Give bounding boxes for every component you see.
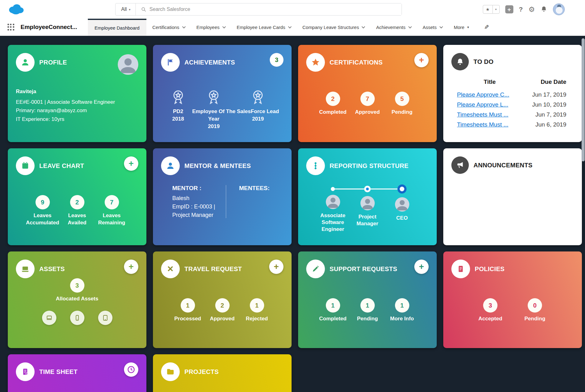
app-name[interactable]: EmployeeConnect... — [21, 24, 77, 31]
employee-name: Raviteja — [16, 87, 138, 96]
stat-value: 2 — [215, 298, 230, 313]
stat-label: More Info — [390, 315, 414, 323]
medal-year: 2019 — [252, 115, 264, 123]
person-icon — [16, 53, 35, 72]
employee-id-role: EE#E-0001 | Associate Software Engineer — [16, 98, 138, 107]
stat-pending: 5 Pending — [385, 92, 419, 116]
reporting-level: CEO — [385, 184, 419, 233]
profile-photo[interactable] — [118, 54, 138, 75]
manager-avatar[interactable] — [360, 196, 375, 210]
global-search: All ▾ — [115, 3, 402, 16]
tab-company-leave-structures[interactable]: Company Leave Structures — [297, 19, 370, 36]
card-title: TRAVEL REQUEST — [184, 265, 242, 273]
projects-card: PROJECTS — [153, 354, 292, 392]
vertical-scrollbar[interactable] — [582, 38, 585, 161]
stat-value: 3 — [483, 298, 497, 313]
flag-icon — [161, 53, 180, 72]
level-label: CEO — [396, 215, 408, 222]
mentor-name: Balesh — [172, 194, 226, 203]
card-grid: PROFILE Raviteja EE#E-0001 | Associate S… — [8, 45, 582, 392]
stat-rejected: 1 Rejected — [240, 298, 274, 323]
support-requests-card: SUPPORT REQUESTS + 1 Completed 1 Pending… — [298, 251, 437, 348]
medal-year: 2018 — [172, 115, 184, 123]
user-avatar[interactable] — [553, 3, 565, 15]
chevron-down-icon — [288, 25, 291, 28]
policies-card: POLICIES 3 Accepted 0 Pending — [443, 251, 582, 348]
tab-employee-leave-cards[interactable]: Employee Leave Cards — [231, 19, 297, 36]
add-leave-button[interactable]: + — [124, 156, 138, 171]
tab-certifications[interactable]: Certifications — [146, 19, 191, 36]
employee-avatar[interactable] — [326, 195, 340, 209]
tab-achievements[interactable]: Achievements — [370, 19, 416, 36]
todo-due-date: Jun 6, 2019 — [522, 121, 568, 128]
ceo-avatar[interactable] — [395, 197, 409, 212]
document-icon — [451, 260, 470, 278]
column-header-title: Title — [457, 79, 522, 85]
chevron-down-icon — [222, 25, 226, 28]
medal-item: PD2 2018 — [165, 89, 191, 130]
log-time-clock-button[interactable] — [124, 362, 138, 377]
salesforce-logo — [7, 2, 25, 15]
todo-item-link[interactable]: Timesheets Must ... — [457, 111, 508, 118]
stat-label: Processed — [174, 315, 201, 323]
app-launcher-icon[interactable] — [7, 24, 14, 31]
stat-processed: 1 Processed — [170, 298, 205, 323]
chevron-down-icon — [408, 25, 411, 28]
certifications-card: CERTIFICATIONS + 2 Completed 7 Approved … — [298, 45, 437, 142]
todo-item-link[interactable]: Please Approve C... — [457, 91, 509, 98]
quick-create-button[interactable]: + — [505, 5, 513, 13]
profile-card: PROFILE Raviteja EE#E-0001 | Associate S… — [8, 45, 146, 142]
travel-request-card: ✕ TRAVEL REQUEST + 1 Processed 2 Approve… — [153, 251, 292, 348]
add-certification-button[interactable]: + — [414, 53, 429, 67]
add-asset-button[interactable]: + — [124, 260, 138, 274]
stat-label: Leaves Remaining — [94, 212, 129, 227]
pencil-edit-icon — [306, 260, 325, 278]
favorites-control: ★ ▾ — [483, 5, 500, 14]
certification-stats: 2 Completed 7 Approved 5 Pending — [306, 92, 429, 116]
notifications-bell-icon[interactable] — [540, 6, 547, 13]
reporting-level: Project Manager — [350, 184, 385, 233]
favorites-dropdown-icon[interactable]: ▾ — [492, 5, 499, 13]
stat-more-info: 1 More Info — [385, 298, 419, 323]
stat-label: Pending — [392, 109, 412, 116]
medal-item: SalesForce Lead 2019 — [237, 89, 279, 130]
tab-more[interactable]: More▾ — [448, 19, 475, 36]
add-travel-request-button[interactable]: + — [269, 260, 283, 274]
add-support-request-button[interactable]: + — [414, 260, 429, 274]
stat-completed: 1 Completed — [316, 298, 350, 323]
card-title: LEAVE CHART — [39, 162, 84, 170]
favorite-star-icon[interactable]: ★ — [483, 5, 492, 13]
stat-leaves-availed: 2 Leaves Availed — [60, 195, 94, 227]
stat-label: Completed — [319, 315, 347, 323]
tab-assets[interactable]: Assets — [417, 19, 448, 36]
medal-list: PD2 2018 Employee Of The Year 2019 Sales… — [161, 89, 283, 130]
nav-tabs: Employee Dashboard Certifications Employ… — [88, 19, 475, 36]
tablet-icon — [98, 311, 112, 325]
stat-pending: 0 Pending — [515, 298, 555, 323]
edit-navigation-pencil-icon[interactable]: ✎ — [484, 24, 489, 31]
allocated-assets-label: Allocated Assets — [56, 295, 98, 303]
achievements-count-badge: 3 — [270, 53, 283, 67]
tab-employees[interactable]: Employees — [191, 19, 231, 36]
search-scope-dropdown[interactable]: All ▾ — [116, 3, 136, 15]
tab-employee-dashboard[interactable]: Employee Dashboard — [88, 19, 146, 36]
level-label: Project Manager — [350, 213, 385, 227]
folder-icon — [161, 362, 180, 381]
timeline-node — [331, 187, 335, 191]
stat-value: 2 — [326, 92, 340, 106]
search-input[interactable] — [150, 3, 402, 15]
stat-value: 1 — [250, 298, 264, 313]
stat-value: 5 — [395, 92, 409, 106]
mentor-label: MENTOR : — [172, 184, 226, 193]
setup-gear-icon[interactable]: ⚙ — [528, 6, 535, 13]
stat-value: 9 — [36, 195, 50, 209]
help-icon[interactable]: ? — [519, 6, 523, 13]
stat-label: Accepted — [478, 315, 502, 323]
asset-type-icons — [16, 311, 138, 325]
stat-value: 1 — [326, 298, 340, 313]
todo-item-link[interactable]: Timesheets Must ... — [457, 121, 508, 128]
todo-due-date: Jun 17, 2019 — [522, 91, 568, 98]
todo-item-link[interactable]: Please Approve L... — [457, 101, 508, 108]
stat-label: Pending — [524, 315, 545, 323]
card-title: TIME SHEET — [39, 368, 78, 375]
